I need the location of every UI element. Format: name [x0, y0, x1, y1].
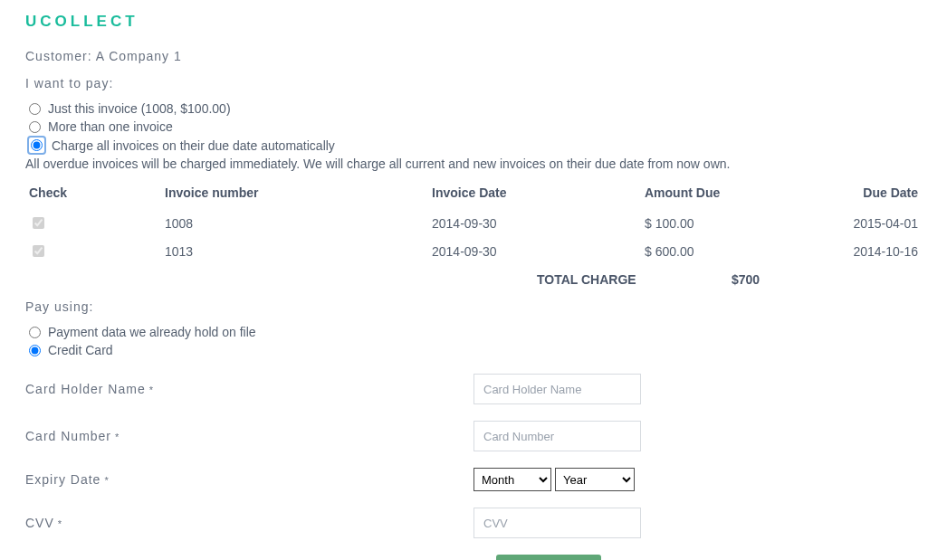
row-check[interactable]: [33, 217, 44, 229]
customer-line: Customer: A Company 1: [25, 49, 922, 63]
cell-invoice-number: 1013: [161, 237, 428, 265]
col-check: Check: [25, 180, 161, 209]
cell-invoice-number: 1008: [161, 209, 428, 237]
cell-due-date: 2014-10-16: [831, 237, 922, 265]
radio-charge-all[interactable]: [31, 139, 43, 151]
radio-credit-card-label: Credit Card: [48, 343, 113, 357]
i-want-to-pay-heading: I want to pay:: [25, 76, 922, 90]
total-charge-value: $700: [732, 272, 760, 287]
cvv-label: CVV: [25, 516, 474, 530]
cell-amount-due: $ 600.00: [641, 237, 831, 265]
card-holder-name-input[interactable]: [474, 374, 641, 404]
radio-charge-all-label: Charge all invoices on their due date au…: [52, 138, 335, 153]
card-number-input[interactable]: [474, 421, 641, 451]
row-check[interactable]: [33, 245, 44, 257]
expiry-date-label: Expiry Date: [25, 472, 474, 487]
radio-more-than-one[interactable]: [29, 121, 41, 133]
total-charge-label: TOTAL CHARGE: [537, 272, 732, 287]
radio-payment-on-file-label: Payment data we already hold on file: [48, 325, 256, 339]
card-number-label: Card Number: [25, 429, 474, 443]
radio-credit-card[interactable]: [29, 345, 41, 356]
radio-just-this-invoice-label: Just this invoice (1008, $100.00): [48, 101, 231, 116]
cvv-input[interactable]: [474, 508, 641, 538]
invoice-table: Check Invoice number Invoice Date Amount…: [25, 180, 922, 265]
cell-invoice-date: 2014-09-30: [428, 237, 641, 265]
col-amount-due: Amount Due: [641, 180, 831, 209]
table-row: 1013 2014-09-30 $ 600.00 2014-10-16: [25, 237, 922, 265]
card-holder-name-label: Card Holder Name: [25, 382, 474, 396]
charge-all-note: All overdue invoices will be charged imm…: [25, 157, 922, 171]
pay-now-button[interactable]: Pay Now: [496, 555, 601, 560]
table-row: 1008 2014-09-30 $ 100.00 2015-04-01: [25, 209, 922, 237]
customer-name: A Company 1: [96, 49, 182, 63]
brand-logo: UCOLLECT: [25, 13, 922, 31]
col-invoice-number: Invoice number: [161, 180, 428, 209]
radio-payment-on-file[interactable]: [29, 327, 41, 338]
radio-just-this-invoice[interactable]: [29, 103, 41, 115]
pay-using-heading: Pay using:: [25, 299, 922, 314]
radio-more-than-one-label: More than one invoice: [48, 119, 173, 134]
cell-invoice-date: 2014-09-30: [428, 209, 641, 237]
expiry-year-select[interactable]: Year: [555, 468, 635, 491]
customer-prefix: Customer:: [25, 49, 96, 63]
col-invoice-date: Invoice Date: [428, 180, 641, 209]
cell-due-date: 2015-04-01: [831, 209, 922, 237]
cell-amount-due: $ 100.00: [641, 209, 831, 237]
expiry-month-select[interactable]: Month: [474, 468, 551, 491]
col-due-date: Due Date: [831, 180, 922, 209]
